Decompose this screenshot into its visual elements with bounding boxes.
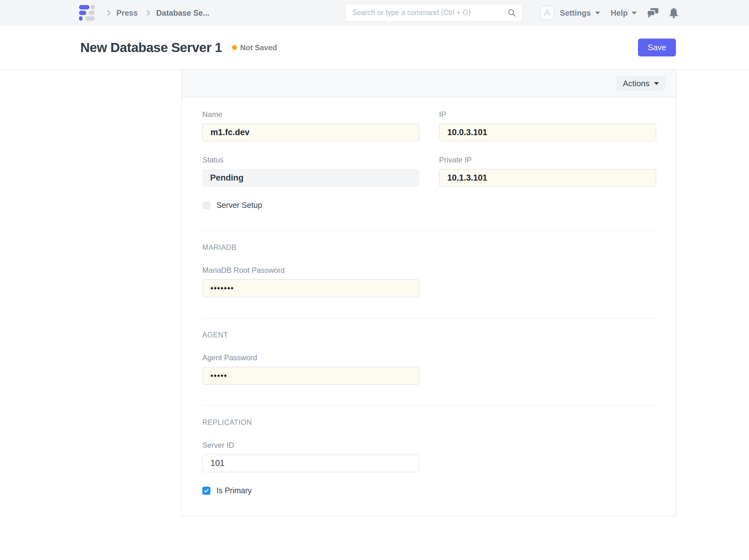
ip-label: IP [439,110,656,119]
status-label: Status [202,155,419,165]
page-title: New Database Server 1 [80,40,222,55]
not-saved-label: Not Saved [240,43,277,52]
app-logo[interactable] [79,0,95,26]
is-primary-checkbox[interactable] [202,487,211,495]
section-mariadb: MARIADB MariaDB Root Password [202,231,656,318]
agent-password-input[interactable] [202,367,419,385]
chevron-down-icon [654,82,659,85]
help-menu[interactable]: Help [611,0,637,26]
chevron-down-icon [595,12,600,15]
actions-dropdown-button[interactable]: Actions [616,76,666,91]
frappe-logo-icon [79,5,95,21]
section-replication: REPLICATION Server ID Is Primary [202,405,656,516]
form-toolbar: Actions [181,70,676,97]
settings-label: Settings [560,8,591,18]
form-container: Actions Name IP Status Pending [181,70,676,516]
field-name: Name [202,110,419,142]
avatar-letter: A [544,8,550,18]
field-private-ip: Private IP [439,155,656,187]
is-primary-label: Is Primary [216,486,252,495]
help-label: Help [611,8,628,18]
status-value: Pending [202,169,419,187]
name-label: Name [202,110,419,119]
avatar[interactable]: A [540,5,555,20]
agent-section-heading: AGENT [202,331,656,339]
save-button[interactable]: Save [638,39,676,57]
server-setup-checkbox[interactable] [202,201,211,210]
mariadb-root-password-input[interactable] [202,279,419,297]
search-icon [507,8,516,17]
ip-input[interactable] [439,124,656,142]
not-saved-indicator-dot [232,45,237,50]
actions-label: Actions [623,79,649,88]
section-agent: AGENT Agent Password [202,318,656,405]
form-body: Name IP Status Pending Private IP [181,97,676,516]
field-server-id: Server ID [202,440,656,472]
name-input[interactable] [202,124,419,142]
search-input[interactable] [352,8,507,17]
global-search [345,4,522,22]
agent-password-label: Agent Password [202,353,656,363]
page-head: New Database Server 1 Not Saved Save [0,26,749,70]
field-status: Status Pending [202,155,419,187]
server-id-input[interactable] [202,454,419,472]
settings-menu[interactable]: Settings [560,0,600,26]
private-ip-label: Private IP [439,155,656,165]
notifications-button[interactable] [669,0,679,26]
top-navbar: Press Database Se... A Settings Help [0,0,749,26]
is-primary-checkbox-row[interactable]: Is Primary [202,486,656,495]
section-details: Name IP Status Pending Private IP [202,97,656,231]
chat-button[interactable] [647,0,659,26]
field-agent-password: Agent Password [202,353,656,385]
chevron-down-icon [632,12,637,15]
chat-icon [647,7,659,19]
server-id-label: Server ID [202,440,656,450]
server-setup-checkbox-row[interactable]: Server Setup [202,201,656,210]
mariadb-root-password-label: MariaDB Root Password [202,265,656,275]
private-ip-input[interactable] [439,169,656,187]
chevron-right-icon [144,0,152,26]
server-setup-label: Server Setup [216,201,262,210]
chevron-right-icon [105,0,113,26]
field-ip: IP [439,110,656,142]
bell-icon [669,7,679,19]
breadcrumb-database-server[interactable]: Database Se... [156,8,210,18]
mariadb-section-heading: MARIADB [202,243,656,252]
field-mariadb-root-password: MariaDB Root Password [202,265,656,297]
breadcrumb-press[interactable]: Press [116,8,138,18]
doc-status-badge: Not Saved [232,43,277,52]
replication-section-heading: REPLICATION [202,418,656,427]
